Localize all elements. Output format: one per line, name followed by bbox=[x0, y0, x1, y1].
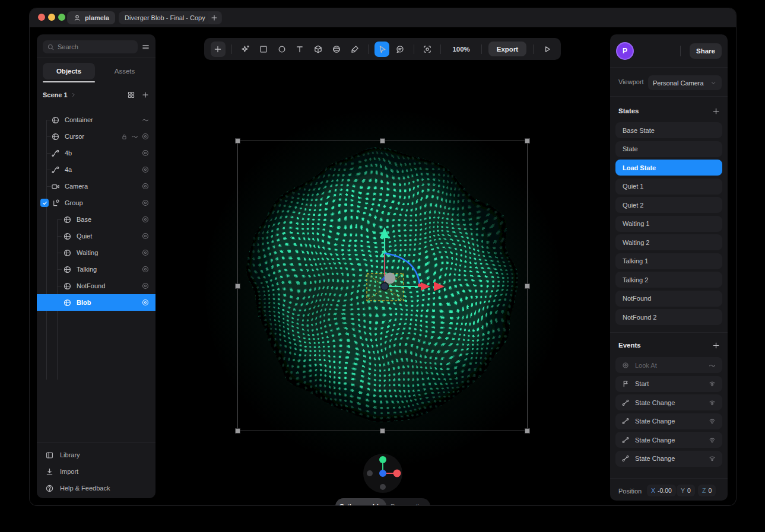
rectangle-tool[interactable] bbox=[256, 42, 271, 57]
selection-handle-sw[interactable] bbox=[235, 428, 240, 434]
cube-tool[interactable] bbox=[311, 42, 326, 57]
new-tab-button[interactable] bbox=[208, 11, 221, 24]
tree-item-camera[interactable]: Camera bbox=[37, 178, 155, 195]
event-row-start[interactable]: Start bbox=[615, 376, 722, 392]
state-row[interactable]: Quiet 1 bbox=[615, 179, 722, 195]
add-event-icon[interactable] bbox=[712, 341, 720, 350]
tree-item-base[interactable]: Base bbox=[37, 211, 155, 228]
target-icon[interactable] bbox=[141, 249, 150, 257]
visibility-checkbox[interactable] bbox=[40, 199, 49, 207]
signal-icon[interactable] bbox=[708, 380, 716, 388]
axis-center[interactable] bbox=[379, 470, 386, 477]
play-button[interactable] bbox=[539, 42, 554, 57]
tree-item-blob[interactable]: Blob bbox=[37, 294, 155, 311]
export-button[interactable]: Export bbox=[488, 42, 526, 56]
target-icon[interactable] bbox=[141, 265, 150, 273]
tree-item-waiting[interactable]: Waiting bbox=[37, 244, 155, 261]
position-y-field[interactable]: Y 0 bbox=[677, 485, 695, 496]
share-button[interactable]: Share bbox=[690, 43, 722, 59]
ellipse-tool[interactable] bbox=[274, 42, 289, 57]
state-row[interactable]: Talking 2 bbox=[615, 272, 722, 288]
ai-generate-tool[interactable] bbox=[238, 42, 253, 57]
document-tab[interactable]: Diverger Blob - Final - Copy bbox=[119, 11, 222, 24]
state-row-active[interactable]: Load State bbox=[615, 160, 722, 176]
library-button[interactable]: Library bbox=[37, 447, 155, 463]
orientation-gizmo[interactable] bbox=[362, 453, 404, 494]
user-pill[interactable]: plamela bbox=[67, 11, 115, 24]
comment-tool[interactable] bbox=[393, 42, 408, 57]
axis-z-negative[interactable] bbox=[380, 484, 386, 490]
sphere-tool[interactable] bbox=[329, 42, 344, 57]
target-icon[interactable] bbox=[141, 232, 150, 240]
search-input[interactable] bbox=[58, 43, 123, 50]
soft-visibility-icon[interactable] bbox=[708, 361, 716, 369]
grid-view-icon[interactable] bbox=[127, 91, 135, 99]
maximize-window-button[interactable] bbox=[58, 14, 65, 21]
state-row[interactable]: NotFound bbox=[615, 291, 722, 307]
state-row[interactable]: Quiet 2 bbox=[615, 197, 722, 213]
transform-gizmo[interactable] bbox=[341, 224, 448, 307]
tree-item-group[interactable]: Group bbox=[37, 195, 155, 211]
target-icon[interactable] bbox=[141, 165, 150, 174]
lock-icon[interactable] bbox=[120, 133, 128, 141]
state-row[interactable]: Talking 1 bbox=[615, 253, 722, 269]
state-row[interactable]: Waiting 1 bbox=[615, 216, 722, 232]
zoom-level[interactable]: 100% bbox=[445, 46, 477, 53]
selection-handle-e[interactable] bbox=[525, 283, 530, 289]
text-tool[interactable] bbox=[293, 42, 307, 57]
minimize-window-button[interactable] bbox=[48, 14, 55, 21]
target-icon[interactable] bbox=[141, 282, 150, 290]
axis-x-negative[interactable] bbox=[367, 470, 373, 476]
soft-visibility-icon[interactable] bbox=[131, 132, 139, 141]
orthographic-button[interactable]: Orthographic bbox=[335, 498, 386, 505]
tree-item-4a[interactable]: 4a bbox=[37, 161, 155, 178]
event-row-look-at[interactable]: Look At bbox=[615, 357, 722, 373]
tree-item-notfound[interactable]: NotFound bbox=[37, 278, 155, 294]
event-row-state-change[interactable]: State Change bbox=[615, 394, 722, 410]
add-object-button[interactable] bbox=[211, 42, 226, 57]
state-row[interactable]: Base State bbox=[615, 122, 722, 138]
pen-tool[interactable] bbox=[347, 42, 362, 57]
target-icon[interactable] bbox=[141, 215, 150, 224]
signal-icon[interactable] bbox=[708, 454, 716, 463]
signal-icon[interactable] bbox=[708, 436, 716, 444]
close-window-button[interactable] bbox=[38, 14, 45, 21]
selection-handle-w[interactable] bbox=[235, 283, 240, 289]
tree-item-container[interactable]: Container bbox=[37, 112, 155, 128]
target-icon[interactable] bbox=[141, 132, 150, 141]
soft-visibility-icon[interactable] bbox=[141, 116, 150, 124]
selection-handle-s[interactable] bbox=[380, 428, 385, 434]
tree-item-talking[interactable]: Talking bbox=[37, 261, 155, 278]
perspective-button[interactable]: Perspective bbox=[386, 498, 430, 505]
target-icon[interactable] bbox=[141, 199, 150, 207]
position-z-field[interactable]: Z 0 bbox=[698, 485, 716, 496]
target-icon[interactable] bbox=[141, 182, 150, 190]
viewport-camera-dropdown[interactable]: Personal Camera bbox=[648, 75, 722, 90]
search-box[interactable] bbox=[43, 40, 138, 53]
signal-icon[interactable] bbox=[708, 417, 716, 425]
selection-handle-nw[interactable] bbox=[235, 138, 240, 144]
signal-icon[interactable] bbox=[708, 399, 716, 407]
hamburger-menu-icon[interactable] bbox=[141, 43, 150, 52]
help-feedback-button[interactable]: Help & Feedback bbox=[37, 480, 155, 496]
event-row-state-change[interactable]: State Change bbox=[615, 432, 722, 448]
tree-item-4b[interactable]: 4b bbox=[37, 145, 155, 161]
event-row-state-change[interactable]: State Change bbox=[615, 413, 722, 429]
selection-handle-n[interactable] bbox=[380, 138, 385, 144]
tree-item-quiet[interactable]: Quiet bbox=[37, 228, 155, 244]
position-x-field[interactable]: X -0.00 bbox=[647, 485, 676, 496]
add-state-icon[interactable] bbox=[712, 107, 720, 116]
selection-handle-ne[interactable] bbox=[525, 138, 530, 144]
state-row[interactable]: NotFound 2 bbox=[615, 309, 722, 325]
axis-x-positive[interactable] bbox=[393, 470, 401, 477]
tree-item-cursor[interactable]: Cursor bbox=[37, 128, 155, 145]
frame-capture-tool[interactable] bbox=[420, 42, 435, 57]
axis-y-positive[interactable] bbox=[379, 456, 386, 463]
select-tool[interactable] bbox=[374, 42, 389, 57]
tab-objects[interactable]: Objects bbox=[43, 63, 95, 79]
add-scene-icon[interactable] bbox=[141, 91, 150, 99]
tab-assets[interactable]: Assets bbox=[102, 63, 147, 79]
avatar[interactable]: P bbox=[616, 42, 634, 60]
target-icon[interactable] bbox=[141, 149, 150, 157]
event-row-state-change[interactable]: State Change bbox=[615, 451, 722, 467]
